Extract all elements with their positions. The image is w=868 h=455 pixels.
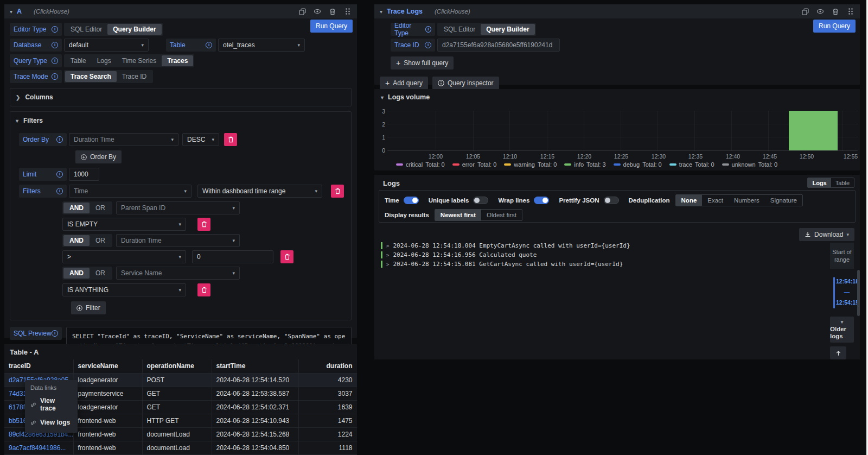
info-icon[interactable]: i (52, 42, 58, 48)
trash-icon[interactable] (329, 8, 336, 15)
oldest-first-option[interactable]: Oldest first (481, 210, 522, 220)
dedup-none[interactable]: None (676, 195, 703, 206)
add-query-button[interactable]: +Add query (380, 77, 428, 90)
legend-item-trace[interactable]: traceTotal: 0 (669, 161, 714, 168)
trace-id-input[interactable]: d2a7155ef6a928a05680e5ff6190241d (437, 39, 560, 52)
query-type-table[interactable]: Table (65, 55, 92, 66)
drag-handle-icon[interactable] (847, 8, 854, 15)
unique-labels-switch[interactable] (473, 197, 488, 204)
expand-chevron-icon[interactable]: > (386, 252, 389, 258)
info-icon[interactable]: i (52, 330, 58, 337)
legend-item-error[interactable]: errorTotal: 0 (452, 161, 497, 168)
logs-volume-plot[interactable] (387, 111, 858, 151)
older-logs-button[interactable]: ▾ Older logs (830, 317, 854, 343)
legend-item-critical[interactable]: criticalTotal: 0 (396, 161, 445, 168)
query-type-traces[interactable]: Traces (162, 55, 193, 66)
eye-icon[interactable] (314, 8, 321, 15)
run-query-button[interactable]: Run Query (813, 20, 856, 33)
add-order-by-button[interactable]: Order By (75, 150, 122, 163)
expand-chevron-icon[interactable]: > (386, 243, 389, 249)
info-icon[interactable]: i (56, 136, 63, 143)
editor-type-sql[interactable]: SQL Editor (65, 24, 107, 35)
logs-scrollbar[interactable] (857, 270, 860, 316)
panel-title[interactable]: Trace Logs (387, 8, 423, 15)
conj-and[interactable]: AND (63, 203, 90, 213)
panel-title[interactable]: A (17, 8, 22, 15)
col-header-duration[interactable]: duration (298, 359, 357, 373)
scroll-to-top-button[interactable] (830, 346, 846, 359)
log-line[interactable]: > 2024-06-28 12:54:16.956 Calculated quo… (381, 250, 806, 260)
conj-and[interactable]: AND (63, 235, 90, 246)
condition-operator-select[interactable]: IS EMPTY▾ (62, 218, 186, 231)
condition-field-select[interactable]: Parent Span ID▾ (116, 201, 240, 214)
conj-or[interactable]: OR (90, 203, 111, 213)
col-header-starttime[interactable]: startTime (212, 359, 298, 373)
show-full-query-button[interactable]: +Show full query (391, 56, 454, 69)
remove-condition-button[interactable] (280, 250, 293, 263)
eye-icon[interactable] (816, 8, 824, 15)
condition-field-select[interactable]: Duration Time▾ (116, 234, 240, 247)
trash-icon[interactable] (832, 8, 839, 15)
collapse-chevron-icon[interactable]: ▾ (381, 94, 384, 100)
collapse-chevron-icon[interactable]: ▾ (380, 9, 382, 15)
conj-or[interactable]: OR (90, 235, 111, 246)
legend-item-info[interactable]: infoTotal: 3 (564, 161, 605, 168)
trace-id-link[interactable]: 9ac7acf84941986... (4, 441, 73, 454)
order-by-direction-select[interactable]: DESC▾ (182, 133, 219, 146)
editor-type-sql[interactable]: SQL Editor (438, 24, 481, 35)
duplicate-icon[interactable] (298, 8, 306, 15)
condition-operator-select[interactable]: IS ANYTHING▾ (62, 283, 186, 296)
col-header-traceid[interactable]: traceID (4, 359, 73, 373)
query-inspector-button[interactable]: Query inspector (432, 77, 499, 90)
logs-volume-title[interactable]: Logs volume (388, 93, 430, 101)
download-button[interactable]: Download ▾ (799, 228, 854, 241)
conj-and[interactable]: AND (63, 268, 90, 279)
log-line[interactable]: > 2024-06-28 12:54:15.081 GetCartAsync c… (381, 260, 806, 269)
editor-type-builder[interactable]: Query Builder (107, 24, 161, 35)
add-filter-button[interactable]: Filter (71, 301, 106, 314)
time-switch[interactable] (404, 197, 419, 204)
legend-item-debug[interactable]: debugTotal: 0 (614, 161, 662, 168)
dedup-exact[interactable]: Exact (702, 195, 729, 206)
duplicate-icon[interactable] (801, 8, 809, 15)
info-icon[interactable]: i (425, 42, 431, 48)
condition-operator-select[interactable]: >▾ (62, 250, 186, 263)
conj-or[interactable]: OR (90, 268, 111, 279)
info-icon[interactable]: i (52, 26, 58, 33)
info-icon[interactable]: i (56, 188, 63, 194)
dedup-numbers[interactable]: Numbers (729, 195, 765, 206)
remove-condition-button[interactable] (197, 283, 210, 296)
info-icon[interactable]: i (56, 171, 63, 178)
condition-value-input[interactable]: 0 (192, 250, 273, 263)
info-icon[interactable]: i (206, 42, 212, 48)
query-type-logs[interactable]: Logs (92, 55, 117, 66)
filters-section-header[interactable]: ▾ Filters (16, 115, 346, 127)
columns-section-header[interactable]: ❯ Columns (16, 91, 346, 103)
col-header-servicename[interactable]: serviceName (73, 359, 142, 373)
wrap-lines-switch[interactable] (534, 197, 549, 204)
col-header-operationname[interactable]: operationName (142, 359, 212, 373)
remove-filter-button[interactable] (331, 185, 344, 198)
database-select[interactable]: default▾ (64, 39, 149, 52)
info-icon[interactable]: i (52, 58, 58, 64)
trace-mode-search[interactable]: Trace Search (65, 71, 117, 82)
limit-input[interactable]: 1000 (69, 168, 99, 181)
info-icon[interactable]: i (425, 26, 431, 33)
info-icon[interactable]: i (52, 73, 58, 80)
newest-first-option[interactable]: Newest first (435, 210, 481, 220)
query-type-timeseries[interactable]: Time Series (117, 55, 162, 66)
prettify-json-switch[interactable] (604, 197, 619, 204)
editor-type-builder[interactable]: Query Builder (481, 24, 534, 35)
view-trace-link[interactable]: View trace (25, 394, 78, 415)
filter-operator-select[interactable]: Within dashboard time range▾ (197, 185, 322, 198)
info-logs-bar[interactable] (789, 111, 837, 150)
filter-field-select[interactable]: Time▾ (69, 185, 192, 198)
dedup-signature[interactable]: Signature (765, 195, 802, 206)
collapse-chevron-icon[interactable]: ▾ (10, 9, 12, 15)
log-line[interactable]: > 2024-06-28 12:54:18.004 EmptyCartAsync… (381, 241, 806, 250)
condition-field-select[interactable]: Service Name▾ (116, 267, 240, 280)
legend-item-unknown[interactable]: unknownTotal: 0 (722, 161, 778, 168)
remove-order-by-button[interactable] (224, 133, 237, 146)
order-by-field-select[interactable]: Duration Time▾ (69, 133, 178, 146)
view-logs-tab[interactable]: Logs (808, 178, 831, 187)
